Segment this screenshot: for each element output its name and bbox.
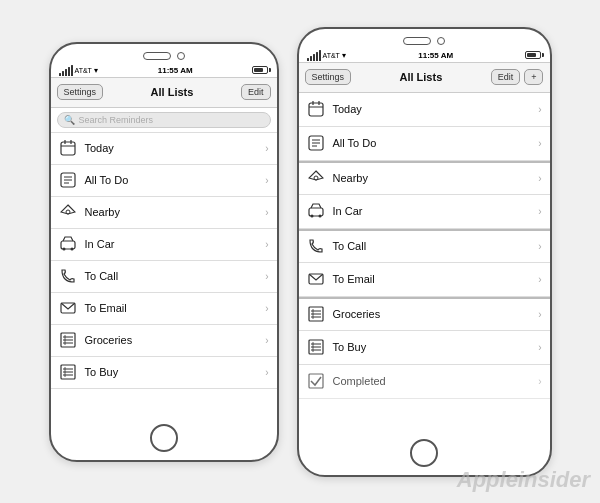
list-item[interactable]: In Car › [299,195,550,229]
tocall-chevron-left: › [265,271,268,282]
completed-chevron-right: › [538,376,541,387]
nearby-icon-right [307,169,325,187]
list-item[interactable]: To Buy › [299,331,550,365]
signal-bars-left [59,65,73,76]
toemail-icon-left [59,299,77,317]
incar-chevron-left: › [265,239,268,250]
incar-icon-right [307,202,325,220]
list-item[interactable]: To Email › [51,293,277,325]
settings-button-right[interactable]: Settings [305,69,352,85]
edit-button-left[interactable]: Edit [241,84,271,100]
list-item[interactable]: Groceries › [299,297,550,331]
incar-chevron-right: › [538,206,541,217]
list-left: Today › All To Do › Nearby › In Car › [51,133,277,418]
todo-chevron-right: › [538,138,541,149]
battery-fill-left [254,68,263,72]
tocall-chevron-right: › [538,241,541,252]
navbar-right: Settings All Lists Edit + [299,63,550,93]
today-chevron-left: › [265,143,268,154]
list-item[interactable]: To Call › [299,229,550,263]
nearby-icon-left [59,203,77,221]
tobuy-label-right: To Buy [333,341,531,353]
tobuy-chevron-left: › [265,367,268,378]
list-item[interactable]: To Call › [51,261,277,293]
toemail-label-left: To Email [85,302,258,314]
svg-rect-0 [61,142,75,155]
toemail-chevron-left: › [265,303,268,314]
svg-point-11 [62,248,65,251]
phone-right: 500 AT&T ▾ 11:55 AM Settings All Lists E… [297,27,552,477]
all-lists-title-right: All Lists [399,71,442,83]
nav-right-buttons: Edit + [491,69,544,85]
search-input-box-left[interactable]: 🔍 Search Reminders [57,112,271,128]
list-item[interactable]: Groceries › [51,325,277,357]
completed-label-right: Completed [333,375,531,387]
tobuy-label-left: To Buy [85,366,258,378]
all-lists-title-left: All Lists [151,86,194,98]
list-item[interactable]: Completed › [299,365,550,399]
toemail-icon-right [307,270,325,288]
wifi-icon-right: ▾ [342,51,346,60]
list-item[interactable]: To Buy › [51,357,277,389]
phone-top-right [299,29,550,49]
list-item[interactable]: To Email › [299,263,550,297]
tocall-icon-left [59,267,77,285]
edit-button-right[interactable]: Edit [491,69,521,85]
list-item[interactable]: All To Do › [299,127,550,161]
home-button-area-left [51,418,277,460]
wifi-icon-left: ▾ [94,66,98,75]
incar-icon-left [59,235,77,253]
status-left-right: AT&T ▾ [307,50,346,61]
list-item[interactable]: In Car › [51,229,277,261]
today-icon-right [307,100,325,118]
list-item[interactable]: Today › [51,133,277,165]
todo-icon-right [307,134,325,152]
search-bar-left[interactable]: 🔍 Search Reminders [51,108,277,133]
tocall-icon-right [307,237,325,255]
nearby-label-right: Nearby [333,172,531,184]
completed-icon-right [307,372,325,390]
svg-point-36 [318,215,321,218]
list-item[interactable]: Nearby › [299,161,550,195]
list-right: Today › All To Do › Nearby › In Car › [299,93,550,433]
signal-bars-right [307,50,321,61]
home-button-area-right [299,433,550,475]
list-item[interactable]: Today › [299,93,550,127]
time-left: 11:55 AM [158,66,193,75]
svg-rect-24 [309,103,323,116]
status-left-left: AT&T ▾ [59,65,98,76]
carrier-right: AT&T [323,52,340,59]
tocall-label-left: To Call [85,270,258,282]
incar-label-right: In Car [333,205,531,217]
home-button-right[interactable] [410,439,438,467]
home-button-left[interactable] [150,424,178,452]
status-bar-left: AT&T ▾ 11:55 AM [51,64,277,78]
toemail-label-right: To Email [333,273,531,285]
time-right: 11:55 AM [418,51,453,60]
phone-top-left [51,44,277,64]
phone-speaker-right [403,37,431,45]
tobuy-chevron-right: › [538,342,541,353]
phone-left: AT&T ▾ 11:55 AM Settings All Lists Edit … [49,42,279,462]
phone-camera-left [177,52,185,60]
groceries-label-left: Groceries [85,334,258,346]
settings-button-left[interactable]: Settings [57,84,104,100]
nearby-label-left: Nearby [85,206,258,218]
today-icon-left [59,139,77,157]
phone-camera-right [437,37,445,45]
search-placeholder-left: Search Reminders [79,115,154,125]
today-label-left: Today [85,142,258,154]
todo-label-left: All To Do [85,174,258,186]
svg-point-35 [310,215,313,218]
tobuy-icon-right [307,338,325,356]
phone-speaker-left [143,52,171,60]
list-item[interactable]: All To Do › [51,165,277,197]
svg-point-12 [70,248,73,251]
battery-fill-right [527,53,536,57]
groceries-chevron-left: › [265,335,268,346]
groceries-chevron-right: › [538,309,541,320]
incar-label-left: In Car [85,238,258,250]
list-item[interactable]: Nearby › [51,197,277,229]
todo-icon-left [59,171,77,189]
plus-button-right[interactable]: + [524,69,543,85]
